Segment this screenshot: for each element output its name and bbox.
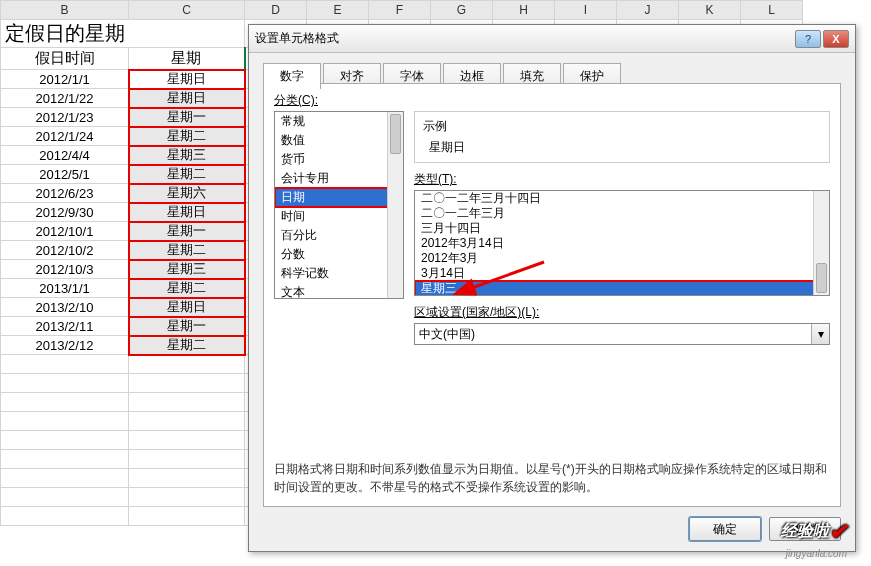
cell-date[interactable]: 2013/2/10 <box>1 298 129 317</box>
cell-weekday[interactable]: 星期一 <box>129 108 245 127</box>
col-header[interactable]: H <box>493 1 555 20</box>
watermark-url: jingyanla.com <box>786 548 847 559</box>
watermark: 经验啦✔ <box>781 519 847 545</box>
cell-weekday[interactable]: 星期一 <box>129 222 245 241</box>
cell-weekday[interactable]: 星期二 <box>129 279 245 298</box>
header-date[interactable]: 假日时间 <box>1 48 129 70</box>
header-weekday[interactable]: 星期 <box>129 48 245 70</box>
cell-date[interactable]: 2012/10/3 <box>1 260 129 279</box>
cell-weekday[interactable]: 星期日 <box>129 70 245 89</box>
cell-date[interactable]: 2012/5/1 <box>1 165 129 184</box>
type-item[interactable]: 二〇一二年三月十四日 <box>415 191 829 206</box>
cell-weekday[interactable]: 星期三 <box>129 146 245 165</box>
type-item[interactable]: 星期三 <box>415 281 829 296</box>
sample-label: 示例 <box>423 118 821 135</box>
category-item[interactable]: 科学记数 <box>275 264 403 283</box>
type-item[interactable]: 二〇一二年三月 <box>415 206 829 221</box>
category-item[interactable]: 时间 <box>275 207 403 226</box>
tab-number[interactable]: 数字 <box>263 63 321 89</box>
category-listbox[interactable]: 常规数值货币会计专用日期时间百分比分数科学记数文本特殊自定义 <box>274 111 404 299</box>
cell-weekday[interactable]: 星期二 <box>129 127 245 146</box>
dialog-title: 设置单元格格式 <box>255 30 795 47</box>
col-header[interactable]: B <box>1 1 129 20</box>
category-item[interactable]: 会计专用 <box>275 169 403 188</box>
col-header[interactable]: K <box>679 1 741 20</box>
close-button[interactable]: X <box>823 30 849 48</box>
column-headers-row: B C D E F G H I J K L <box>1 1 803 20</box>
cell-weekday[interactable]: 星期二 <box>129 336 245 355</box>
category-item[interactable]: 数值 <box>275 131 403 150</box>
cell-date[interactable]: 2012/1/1 <box>1 70 129 89</box>
type-item[interactable]: 三月十四日 <box>415 221 829 236</box>
type-item[interactable]: 2012年3月 <box>415 251 829 266</box>
chevron-down-icon[interactable]: ▾ <box>811 324 829 344</box>
cell-date[interactable]: 2012/6/23 <box>1 184 129 203</box>
locale-value: 中文(中国) <box>419 326 475 343</box>
col-header[interactable]: F <box>369 1 431 20</box>
cell-date[interactable]: 2012/1/24 <box>1 127 129 146</box>
col-header[interactable]: D <box>245 1 307 20</box>
category-item[interactable]: 日期 <box>275 188 403 207</box>
category-item[interactable]: 货币 <box>275 150 403 169</box>
category-item[interactable]: 百分比 <box>275 226 403 245</box>
col-header[interactable]: C <box>129 1 245 20</box>
cell-date[interactable]: 2013/1/1 <box>1 279 129 298</box>
cell-date[interactable]: 2012/1/22 <box>1 89 129 108</box>
col-header[interactable]: J <box>617 1 679 20</box>
type-listbox[interactable]: 二〇一二年三月十四日二〇一二年三月三月十四日2012年3月14日2012年3月3… <box>414 190 830 296</box>
sample-value: 星期日 <box>423 139 821 156</box>
cell-weekday[interactable]: 星期日 <box>129 89 245 108</box>
cell-date[interactable]: 2013/2/11 <box>1 317 129 336</box>
cell-weekday[interactable]: 星期一 <box>129 317 245 336</box>
category-item[interactable]: 分数 <box>275 245 403 264</box>
help-button[interactable]: ? <box>795 30 821 48</box>
locale-label: 区域设置(国家/地区)(L): <box>414 304 830 321</box>
cell-date[interactable]: 2012/9/30 <box>1 203 129 222</box>
format-cells-dialog: 设置单元格格式 ? X 数字 对齐 字体 边框 填充 保护 分类(C): 常规数… <box>248 24 856 552</box>
col-header[interactable]: G <box>431 1 493 20</box>
scrollbar[interactable] <box>387 112 403 298</box>
category-label: 分类(C): <box>274 92 830 109</box>
cell-weekday[interactable]: 星期六 <box>129 184 245 203</box>
scrollbar[interactable] <box>813 191 829 295</box>
locale-combobox[interactable]: 中文(中国) ▾ <box>414 323 830 345</box>
cell-date[interactable]: 2012/1/23 <box>1 108 129 127</box>
format-description: 日期格式将日期和时间系列数值显示为日期值。以星号(*)开头的日期格式响应操作系统… <box>274 460 830 496</box>
tab-panel-number: 分类(C): 常规数值货币会计专用日期时间百分比分数科学记数文本特殊自定义 示例… <box>263 83 841 507</box>
sample-box: 示例 星期日 <box>414 111 830 163</box>
type-label: 类型(T): <box>414 171 830 188</box>
col-header[interactable]: L <box>741 1 803 20</box>
cell-weekday[interactable]: 星期三 <box>129 260 245 279</box>
type-item[interactable]: 2012年3月14日 <box>415 236 829 251</box>
col-header[interactable]: E <box>307 1 369 20</box>
cell-weekday[interactable]: 星期日 <box>129 298 245 317</box>
cell-weekday[interactable]: 星期日 <box>129 203 245 222</box>
category-item[interactable]: 常规 <box>275 112 403 131</box>
dialog-titlebar[interactable]: 设置单元格格式 ? X <box>249 25 855 53</box>
sheet-title[interactable]: 定假日的星期 <box>1 20 245 48</box>
type-item[interactable]: 3月14日 <box>415 266 829 281</box>
cell-weekday[interactable]: 星期二 <box>129 241 245 260</box>
cell-date[interactable]: 2012/10/2 <box>1 241 129 260</box>
cell-date[interactable]: 2013/2/12 <box>1 336 129 355</box>
cell-date[interactable]: 2012/4/4 <box>1 146 129 165</box>
cell-date[interactable]: 2012/10/1 <box>1 222 129 241</box>
col-header[interactable]: I <box>555 1 617 20</box>
category-item[interactable]: 文本 <box>275 283 403 299</box>
ok-button[interactable]: 确定 <box>689 517 761 541</box>
cell-weekday[interactable]: 星期二 <box>129 165 245 184</box>
